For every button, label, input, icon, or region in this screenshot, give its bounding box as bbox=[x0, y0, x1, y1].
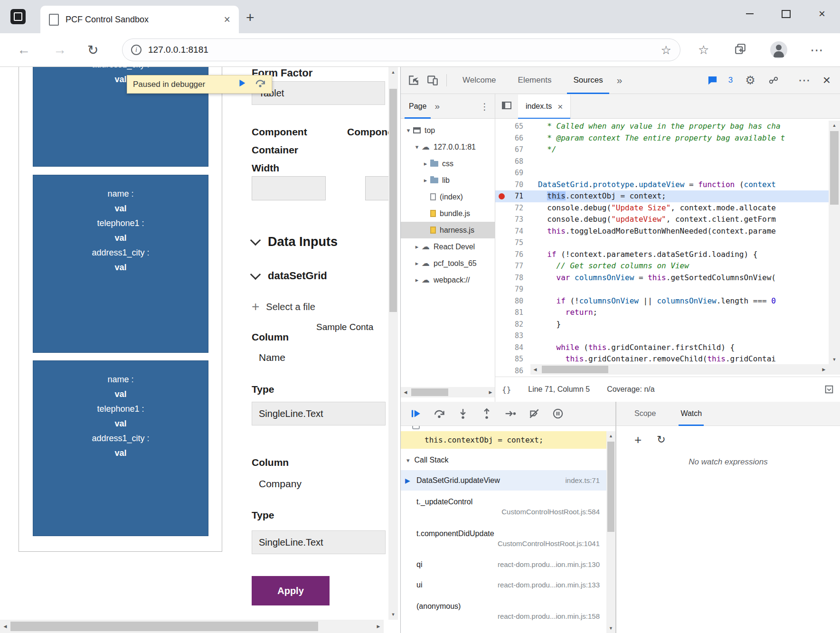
tree-right-arrow-icon[interactable]: ▸ bbox=[413, 260, 421, 267]
tree-item-bundle-js[interactable]: bundle.js bbox=[401, 205, 495, 222]
callstack-frame[interactable]: t.componentDidUpdateCustomControlHostRoo… bbox=[401, 522, 606, 554]
column-type-select[interactable]: SingleLine.Text bbox=[252, 402, 386, 425]
line-number[interactable]: 75 bbox=[495, 237, 530, 249]
devtools-tab-sources[interactable]: Sources bbox=[562, 67, 613, 94]
pretty-print-icon[interactable]: {} bbox=[502, 385, 511, 394]
profile-avatar[interactable] bbox=[770, 41, 787, 58]
breakpoint-checkbox[interactable] bbox=[412, 426, 420, 429]
scroll-thumb[interactable] bbox=[389, 89, 397, 312]
callstack-frame[interactable]: t._updateControlCustomControlHostRoot.js… bbox=[401, 491, 606, 522]
tree-item-top[interactable]: ▾top bbox=[401, 122, 495, 139]
scroll-down-icon[interactable]: ▼ bbox=[388, 609, 398, 620]
scroll-right-icon[interactable]: ▶ bbox=[486, 387, 495, 397]
tree-right-arrow-icon[interactable]: ▸ bbox=[413, 276, 421, 283]
address-bar[interactable]: i 127.0.0.1:8181 ☆ bbox=[122, 38, 680, 61]
container-height-input[interactable] bbox=[365, 176, 388, 200]
line-number[interactable]: 66 bbox=[495, 132, 530, 144]
scroll-thumb[interactable] bbox=[542, 366, 608, 373]
navigator-tab-page[interactable]: Page bbox=[401, 94, 434, 119]
line-number[interactable]: 74 bbox=[495, 226, 530, 237]
navigator-horizontal-scrollbar[interactable]: ◀ ▶ bbox=[401, 387, 495, 397]
line-number[interactable]: 85 bbox=[495, 353, 530, 365]
callstack-frame[interactable]: (anonymous)react-dom.produ...ion.min.js:… bbox=[401, 595, 606, 627]
step-into-icon[interactable] bbox=[457, 407, 469, 420]
drawer-indicator-icon[interactable] bbox=[824, 384, 834, 395]
tree-item-webpack-[interactable]: ▸☁webpack:// bbox=[401, 272, 495, 288]
line-number[interactable]: 77 bbox=[495, 260, 530, 272]
line-number[interactable]: 83 bbox=[495, 330, 530, 342]
tree-item-harness-js[interactable]: harness.js bbox=[401, 222, 495, 238]
devtools-close-icon[interactable]: × bbox=[823, 73, 831, 88]
forward-button[interactable]: → bbox=[53, 42, 66, 57]
minimize-button[interactable] bbox=[732, 0, 768, 28]
tree-item-css[interactable]: ▸css bbox=[401, 155, 495, 172]
line-number[interactable]: 65 bbox=[495, 121, 530, 132]
scroll-right-icon[interactable]: ▶ bbox=[373, 620, 384, 633]
sidebar-tab-scope[interactable]: Scope bbox=[632, 402, 658, 426]
scroll-thumb[interactable] bbox=[411, 388, 448, 396]
experiments-icon[interactable] bbox=[768, 75, 779, 86]
select-file-button[interactable]: + Select a file bbox=[252, 299, 315, 314]
tree-item-lib[interactable]: ▸lib bbox=[401, 172, 495, 189]
more-tabs-icon[interactable]: » bbox=[617, 75, 623, 86]
line-number[interactable]: 67 bbox=[495, 144, 530, 156]
line-number[interactable]: 86 bbox=[495, 365, 530, 377]
column-type-select[interactable]: SingleLine.Text bbox=[252, 530, 386, 554]
settings-gear-icon[interactable]: ⚙ bbox=[745, 74, 755, 87]
callstack-frame[interactable]: uireact-dom.produ...ion.min.js:133 bbox=[401, 575, 606, 595]
maximize-button[interactable] bbox=[768, 0, 804, 28]
step-over-icon[interactable] bbox=[255, 77, 266, 91]
callstack-frame[interactable]: qireact-dom.produ...ion.min.js:130 bbox=[401, 554, 606, 575]
browser-menu-icon[interactable]: ⋯ bbox=[810, 42, 823, 58]
tree-right-arrow-icon[interactable]: ▸ bbox=[422, 177, 429, 184]
new-tab-button[interactable]: + bbox=[246, 10, 255, 25]
line-number[interactable]: 69 bbox=[495, 167, 530, 179]
resume-script-icon[interactable] bbox=[409, 407, 422, 420]
deactivate-breakpoints-icon[interactable] bbox=[528, 407, 540, 420]
line-number[interactable]: 72 bbox=[495, 202, 530, 214]
favorites-icon[interactable]: ☆ bbox=[698, 43, 709, 57]
callstack-vertical-scrollbar[interactable]: ▲ ▼ bbox=[606, 431, 615, 633]
scroll-thumb[interactable] bbox=[10, 622, 318, 631]
collections-icon[interactable] bbox=[734, 43, 746, 57]
inspect-icon[interactable] bbox=[407, 74, 420, 86]
line-number[interactable]: 84 bbox=[495, 342, 530, 354]
callstack-frame[interactable]: unstable_runWithPriority bbox=[401, 627, 606, 633]
devtools-tab-welcome[interactable]: Welcome bbox=[452, 67, 507, 94]
navigator-more-tabs-icon[interactable]: » bbox=[434, 101, 440, 112]
scroll-up-icon[interactable]: ▲ bbox=[606, 431, 615, 441]
scroll-thumb[interactable] bbox=[607, 442, 614, 532]
navigator-menu-icon[interactable]: ⋮ bbox=[480, 101, 489, 112]
editor-tab-index-ts[interactable]: index.ts × bbox=[518, 94, 571, 119]
line-number[interactable]: 76 bbox=[495, 249, 530, 261]
scroll-down-icon[interactable]: ▼ bbox=[829, 355, 840, 364]
site-info-icon[interactable]: i bbox=[131, 45, 142, 55]
line-number[interactable]: 80 bbox=[495, 295, 530, 307]
tree-down-arrow-icon[interactable]: ▾ bbox=[413, 143, 421, 151]
scroll-up-icon[interactable]: ▲ bbox=[829, 121, 840, 130]
browser-tab[interactable]: PCF Control Sandbox × bbox=[40, 6, 239, 33]
data-inputs-section[interactable]: Data Inputs bbox=[252, 232, 338, 251]
tree-down-arrow-icon[interactable]: ▾ bbox=[405, 127, 412, 134]
callstack-frame[interactable]: ▶DataSetGrid.updateViewindex.ts:71 bbox=[401, 470, 606, 491]
page-horizontal-scrollbar[interactable]: ◀ ▶ bbox=[0, 620, 384, 633]
scroll-up-icon[interactable]: ▲ bbox=[388, 67, 398, 77]
line-number[interactable]: 79 bbox=[495, 283, 530, 295]
close-window-button[interactable]: × bbox=[804, 0, 840, 28]
sidebar-tab-watch[interactable]: Watch bbox=[679, 402, 704, 426]
apply-button[interactable]: Apply bbox=[252, 576, 330, 605]
url-text[interactable]: 127.0.0.1:8181 bbox=[148, 45, 654, 55]
record-card[interactable]: name :valtelephone1 :valaddress1_city :v… bbox=[33, 175, 208, 353]
page-vertical-scrollbar[interactable]: ▲ ▼ bbox=[388, 67, 398, 620]
tree-right-arrow-icon[interactable]: ▸ bbox=[413, 243, 421, 250]
reload-button[interactable]: ↻ bbox=[87, 42, 98, 58]
line-number[interactable]: 71 bbox=[495, 190, 530, 202]
step-icon[interactable] bbox=[504, 407, 517, 420]
tab-close-icon[interactable]: × bbox=[224, 14, 230, 25]
add-watch-icon[interactable]: + bbox=[634, 434, 642, 446]
container-width-input[interactable] bbox=[252, 176, 326, 200]
line-number[interactable]: 78 bbox=[495, 272, 530, 284]
scroll-left-icon[interactable]: ◀ bbox=[401, 387, 410, 397]
line-number[interactable]: 82 bbox=[495, 319, 530, 331]
tab-actions-icon[interactable] bbox=[10, 9, 26, 24]
